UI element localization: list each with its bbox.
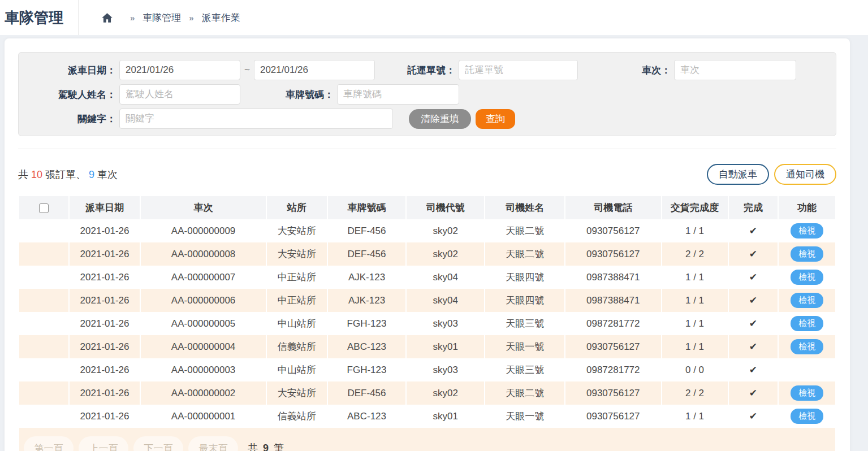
dispatch-date-to-input[interactable] [254,60,375,80]
prev-page-button[interactable]: 上一頁 [79,436,128,451]
cell-action: 檢視 [779,219,835,242]
header-divider [78,0,79,35]
cell-trip-no: AA-000000009 [141,219,266,242]
view-button[interactable]: 檢視 [791,385,823,401]
cell-action: 檢視 [779,335,835,358]
table-row: 2021-01-26AA-000000005中山站所FGH-123sky03天眼… [19,312,835,335]
notify-drivers-button[interactable]: 通知司機 [774,164,836,185]
reset-button[interactable]: 清除重填 [409,109,471,129]
done-check-icon: ✔ [749,226,757,236]
table-row: 2021-01-26AA-000000003中山站所FGH-123sky03天眼… [19,358,835,381]
cell-driver-phone: 0987281772 [565,312,661,335]
cell-trip-no: AA-000000002 [141,381,266,405]
trip-input[interactable] [674,60,796,80]
view-button[interactable]: 檢視 [791,339,823,354]
column-header: 功能 [779,196,835,219]
cell-plate: DEF-456 [328,242,405,266]
cell-plate: FGH-123 [328,312,405,335]
cell-done: ✔ [729,358,778,381]
table-row: 2021-01-26AA-000000004信義站所ABC-123sky01天眼… [19,335,835,358]
cell-progress: 0 / 0 [662,358,728,381]
search-panel: 派車日期： ~ 託運單號： 車次： 駕駛人姓名： 車牌號碼： 關鍵字： 清除重填… [18,52,836,136]
cell-driver-code: sky03 [407,358,484,381]
plate-input[interactable] [337,84,459,105]
cell-action: 檢視 [779,289,835,312]
cell-driver-name: 天眼三號 [485,312,564,335]
breadcrumb-item-fleet[interactable]: 車隊管理 [142,11,181,24]
cell-progress: 1 / 1 [662,335,728,358]
view-button[interactable]: 檢視 [791,270,823,285]
column-header: 車牌號碼 [328,196,405,219]
cell-date: 2021-01-26 [70,219,140,242]
view-button[interactable]: 檢視 [791,409,823,424]
cell-station: 中正站所 [267,289,327,312]
cell-plate: FGH-123 [328,358,405,381]
driver-name-label: 駕駛人姓名： [19,88,119,101]
query-button[interactable]: 查詢 [476,109,515,129]
section-divider [18,149,836,149]
cell-date: 2021-01-26 [70,242,140,266]
page-title: 車隊管理 [3,8,78,28]
cell-plate: DEF-456 [328,381,405,405]
column-header: 司機代號 [407,196,484,219]
cell-driver-phone: 0930756127 [565,405,661,428]
done-check-icon: ✔ [749,295,757,306]
cell-plate: ABC-123 [328,405,405,428]
search-row-3: 關鍵字： 清除重填 查詢 [19,109,826,129]
cell-action: 檢視 [779,381,835,405]
total-prefix: 共 [248,443,261,451]
done-check-icon: ✔ [749,365,757,375]
cell-driver-name: 天眼二號 [485,242,564,266]
view-button[interactable]: 檢視 [791,293,823,308]
row-select-cell [19,266,68,289]
waybill-label: 託運單號： [375,64,459,77]
auto-dispatch-button[interactable]: 自動派車 [707,164,769,185]
order-count: 10 [31,169,42,180]
driver-name-input[interactable] [119,84,240,105]
search-row-1: 派車日期： ~ 託運單號： 車次： [19,60,826,80]
view-button[interactable]: 檢視 [791,316,823,331]
first-page-button[interactable]: 第一頁 [24,436,74,451]
breadcrumb-item-dispatch[interactable]: 派車作業 [202,11,240,24]
cell-driver-code: sky04 [407,266,484,289]
cell-driver-phone: 0987388471 [565,266,661,289]
total-count-label: 共 9 筆 [248,441,284,451]
cell-driver-phone: 0987388471 [565,289,661,312]
total-count: 9 [263,443,269,451]
breadcrumb: » 車隊管理 » 派車作業 [101,11,240,24]
cell-driver-phone: 0930756127 [565,335,661,358]
cell-progress: 1 / 1 [662,219,728,242]
done-check-icon: ✔ [749,388,757,398]
view-button[interactable]: 檢視 [791,246,823,262]
last-page-button[interactable]: 最末頁 [188,436,238,451]
cell-progress: 1 / 1 [662,405,728,428]
cell-driver-phone: 0930756127 [565,242,661,266]
summary-middle: 張訂單、 [42,169,89,180]
row-select-cell [19,405,68,428]
cell-date: 2021-01-26 [70,312,140,335]
total-suffix: 筆 [271,443,284,451]
cell-progress: 1 / 1 [662,312,728,335]
cell-progress: 2 / 2 [662,381,728,405]
dispatch-table: 派車日期車次站所車牌號碼司機代號司機姓名司機電話交貨完成度完成功能 2021-0… [18,196,836,428]
table-row: 2021-01-26AA-000000008大安站所DEF-456sky02天眼… [19,242,835,266]
cell-driver-name: 天眼二號 [485,219,564,242]
home-icon[interactable] [101,12,113,24]
table-body: 2021-01-26AA-000000009大安站所DEF-456sky02天眼… [19,219,835,428]
cell-progress: 2 / 2 [662,242,728,266]
keyword-label: 關鍵字： [19,112,119,125]
cell-driver-name: 天眼四號 [485,266,564,289]
select-all-checkbox[interactable] [39,203,49,213]
keyword-input[interactable] [119,109,393,129]
cell-driver-name: 天眼二號 [485,381,564,405]
cell-date: 2021-01-26 [70,289,140,312]
view-button[interactable]: 檢視 [791,223,823,238]
row-select-cell [19,312,68,335]
next-page-button[interactable]: 下一頁 [133,436,183,451]
dispatch-date-from-input[interactable] [119,60,240,80]
cell-station: 大安站所 [267,242,327,266]
cell-progress: 1 / 1 [662,266,728,289]
waybill-input[interactable] [459,60,578,80]
content-card: 派車日期： ~ 託運單號： 車次： 駕駛人姓名： 車牌號碼： 關鍵字： 清除重填… [5,38,850,451]
done-check-icon: ✔ [749,318,757,329]
